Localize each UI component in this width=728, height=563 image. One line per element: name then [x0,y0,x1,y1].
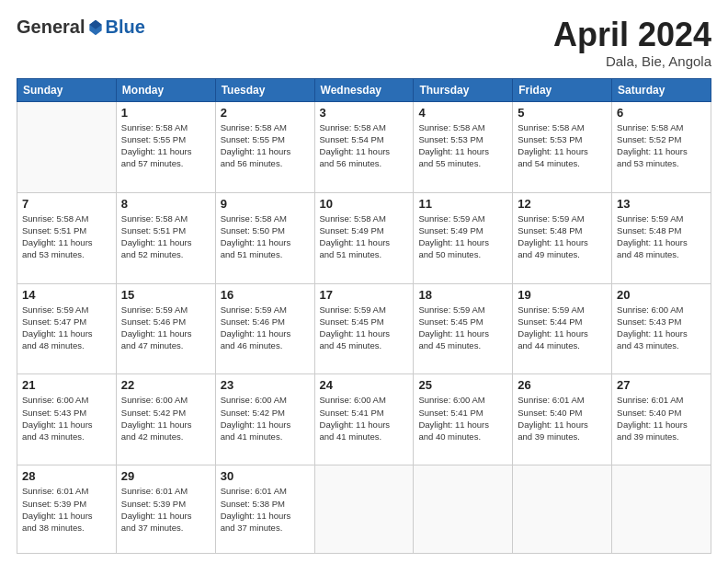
day-info: Sunrise: 5:59 AM Sunset: 5:46 PM Dayligh… [121,304,210,352]
day-number: 4 [418,106,507,120]
title-block: April 2024 Dala, Bie, Angola [553,17,711,69]
day-number: 13 [617,197,706,211]
day-info: Sunrise: 5:59 AM Sunset: 5:49 PM Dayligh… [418,213,507,261]
day-info: Sunrise: 5:58 AM Sunset: 5:53 PM Dayligh… [518,121,607,170]
day-info: Sunrise: 6:00 AM Sunset: 5:42 PM Dayligh… [221,394,310,442]
day-info: Sunrise: 5:59 AM Sunset: 5:45 PM Dayligh… [418,304,507,352]
day-info: Sunrise: 5:58 AM Sunset: 5:55 PM Dayligh… [121,121,210,170]
col-saturday: Saturday [612,78,711,101]
day-info: Sunrise: 6:00 AM Sunset: 5:43 PM Dayligh… [617,304,706,352]
table-row: 16Sunrise: 5:59 AM Sunset: 5:46 PM Dayli… [215,283,314,374]
day-info: Sunrise: 5:59 AM Sunset: 5:45 PM Dayligh… [320,304,409,352]
day-info: Sunrise: 6:00 AM Sunset: 5:42 PM Dayligh… [121,394,210,442]
table-row: 1Sunrise: 5:58 AM Sunset: 5:55 PM Daylig… [116,101,215,192]
day-number: 6 [617,106,706,120]
table-row [612,465,711,554]
table-row: 14Sunrise: 5:59 AM Sunset: 5:47 PM Dayli… [17,283,117,374]
day-info: Sunrise: 6:01 AM Sunset: 5:40 PM Dayligh… [617,394,706,442]
day-number: 19 [518,288,607,302]
calendar-row: 1Sunrise: 5:58 AM Sunset: 5:55 PM Daylig… [17,101,711,192]
col-monday: Monday [116,78,215,101]
table-row: 6Sunrise: 5:58 AM Sunset: 5:52 PM Daylig… [612,101,711,192]
calendar-row: 21Sunrise: 6:00 AM Sunset: 5:43 PM Dayli… [17,374,711,465]
calendar-row: 7Sunrise: 5:58 AM Sunset: 5:51 PM Daylig… [17,192,711,283]
location: Dala, Bie, Angola [553,53,711,69]
day-info: Sunrise: 5:59 AM Sunset: 5:48 PM Dayligh… [617,213,706,261]
day-number: 29 [121,469,210,483]
day-number: 1 [121,106,210,120]
col-sunday: Sunday [17,78,117,101]
day-info: Sunrise: 5:58 AM Sunset: 5:51 PM Dayligh… [121,213,210,261]
day-info: Sunrise: 6:00 AM Sunset: 5:41 PM Dayligh… [418,394,507,442]
table-row: 11Sunrise: 5:59 AM Sunset: 5:49 PM Dayli… [414,192,513,283]
day-number: 9 [221,197,310,211]
table-row [414,465,513,554]
day-info: Sunrise: 6:01 AM Sunset: 5:39 PM Dayligh… [22,485,111,534]
day-number: 3 [320,106,409,120]
day-number: 8 [121,197,210,211]
day-number: 30 [221,469,310,483]
table-row: 21Sunrise: 6:00 AM Sunset: 5:43 PM Dayli… [17,374,117,465]
day-number: 17 [320,288,409,302]
table-row: 25Sunrise: 6:00 AM Sunset: 5:41 PM Dayli… [414,374,513,465]
table-row: 27Sunrise: 6:01 AM Sunset: 5:40 PM Dayli… [612,374,711,465]
table-row: 10Sunrise: 5:58 AM Sunset: 5:49 PM Dayli… [314,192,414,283]
day-number: 24 [320,378,409,392]
day-number: 18 [418,288,507,302]
col-tuesday: Tuesday [215,78,314,101]
day-info: Sunrise: 5:58 AM Sunset: 5:55 PM Dayligh… [221,121,310,170]
day-info: Sunrise: 5:58 AM Sunset: 5:51 PM Dayligh… [22,213,111,261]
day-info: Sunrise: 5:59 AM Sunset: 5:47 PM Dayligh… [22,304,111,352]
day-number: 25 [418,378,507,392]
day-number: 23 [221,378,310,392]
table-row: 15Sunrise: 5:59 AM Sunset: 5:46 PM Dayli… [116,283,215,374]
header: General Blue April 2024 Dala, Bie, Angol… [17,17,711,69]
day-info: Sunrise: 5:58 AM Sunset: 5:52 PM Dayligh… [617,121,706,170]
day-number: 5 [518,106,607,120]
table-row: 28Sunrise: 6:01 AM Sunset: 5:39 PM Dayli… [17,465,117,554]
day-info: Sunrise: 5:58 AM Sunset: 5:53 PM Dayligh… [418,121,507,170]
day-info: Sunrise: 5:58 AM Sunset: 5:49 PM Dayligh… [320,213,409,261]
table-row: 13Sunrise: 5:59 AM Sunset: 5:48 PM Dayli… [612,192,711,283]
day-number: 21 [22,378,111,392]
day-number: 2 [221,106,310,120]
col-thursday: Thursday [414,78,513,101]
day-info: Sunrise: 6:01 AM Sunset: 5:40 PM Dayligh… [518,394,607,442]
table-row: 22Sunrise: 6:00 AM Sunset: 5:42 PM Dayli… [116,374,215,465]
logo-general-text: General [17,17,85,38]
day-number: 20 [617,288,706,302]
table-row [314,465,414,554]
table-row: 29Sunrise: 6:01 AM Sunset: 5:39 PM Dayli… [116,465,215,554]
table-row: 19Sunrise: 5:59 AM Sunset: 5:44 PM Dayli… [513,283,612,374]
table-row [513,465,612,554]
day-info: Sunrise: 6:00 AM Sunset: 5:41 PM Dayligh… [320,394,409,442]
day-number: 15 [121,288,210,302]
table-row: 30Sunrise: 6:01 AM Sunset: 5:38 PM Dayli… [215,465,314,554]
day-info: Sunrise: 5:59 AM Sunset: 5:44 PM Dayligh… [518,304,607,352]
table-row: 4Sunrise: 5:58 AM Sunset: 5:53 PM Daylig… [414,101,513,192]
day-info: Sunrise: 6:01 AM Sunset: 5:38 PM Dayligh… [221,485,310,534]
month-title: April 2024 [553,17,711,53]
logo-blue-text: Blue [105,17,144,38]
day-info: Sunrise: 5:58 AM Sunset: 5:50 PM Dayligh… [221,213,310,261]
table-row: 24Sunrise: 6:00 AM Sunset: 5:41 PM Dayli… [314,374,414,465]
calendar-row: 14Sunrise: 5:59 AM Sunset: 5:47 PM Dayli… [17,283,711,374]
table-row: 5Sunrise: 5:58 AM Sunset: 5:53 PM Daylig… [513,101,612,192]
table-row: 3Sunrise: 5:58 AM Sunset: 5:54 PM Daylig… [314,101,414,192]
table-row: 20Sunrise: 6:00 AM Sunset: 5:43 PM Dayli… [612,283,711,374]
day-number: 22 [121,378,210,392]
day-number: 10 [320,197,409,211]
day-info: Sunrise: 5:58 AM Sunset: 5:54 PM Dayligh… [320,121,409,170]
day-info: Sunrise: 5:59 AM Sunset: 5:46 PM Dayligh… [221,304,310,352]
calendar-table: Sunday Monday Tuesday Wednesday Thursday… [17,78,711,554]
day-number: 12 [518,197,607,211]
table-row: 17Sunrise: 5:59 AM Sunset: 5:45 PM Dayli… [314,283,414,374]
table-row: 8Sunrise: 5:58 AM Sunset: 5:51 PM Daylig… [116,192,215,283]
day-number: 14 [22,288,111,302]
day-info: Sunrise: 6:00 AM Sunset: 5:43 PM Dayligh… [22,394,111,442]
table-row: 9Sunrise: 5:58 AM Sunset: 5:50 PM Daylig… [215,192,314,283]
table-row: 18Sunrise: 5:59 AM Sunset: 5:45 PM Dayli… [414,283,513,374]
day-number: 11 [418,197,507,211]
table-row: 23Sunrise: 6:00 AM Sunset: 5:42 PM Dayli… [215,374,314,465]
day-number: 16 [221,288,310,302]
